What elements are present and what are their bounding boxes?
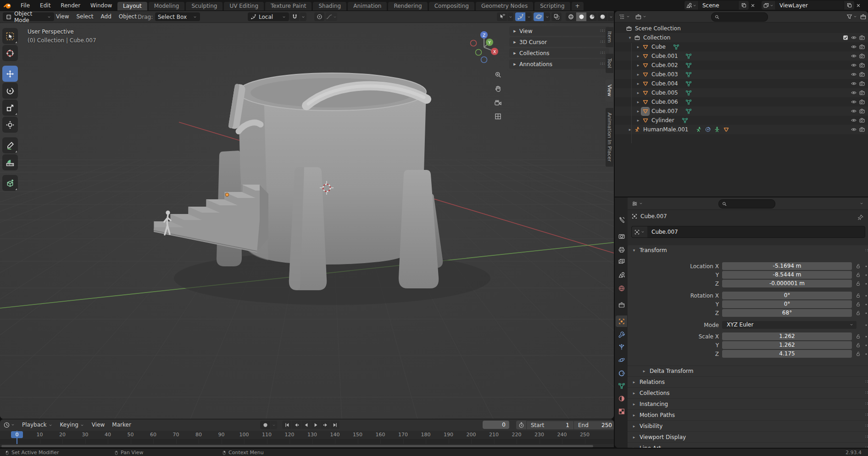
new-collection-button[interactable]: [860, 13, 867, 20]
camera-toggle[interactable]: [859, 99, 865, 105]
motion-icon[interactable]: [705, 126, 711, 133]
display-mode-icon[interactable]: [635, 13, 642, 20]
lock-icon[interactable]: [855, 333, 861, 339]
shading-solid-button[interactable]: [576, 12, 586, 21]
rotation-x-field[interactable]: 0°: [722, 292, 852, 299]
outliner-row-cube-007[interactable]: ▸Cube.007: [615, 107, 868, 116]
scene-selector-dropdown[interactable]: [684, 1, 698, 10]
lock-icon[interactable]: [855, 310, 861, 316]
proportional-edit-toggle[interactable]: [314, 12, 324, 21]
timeline-scrollbar[interactable]: [1, 445, 593, 447]
gizmo-dropdown[interactable]: [526, 12, 532, 21]
outliner-search[interactable]: [711, 12, 768, 22]
chevron-down-icon[interactable]: [626, 14, 630, 19]
end-frame-field[interactable]: End250: [574, 421, 614, 429]
panel-line-art[interactable]: ▸Line Art∷∷: [628, 443, 868, 448]
scale-z-field[interactable]: 4.175: [722, 350, 852, 358]
viewport-menu-add[interactable]: Add: [97, 11, 115, 23]
auto-key-toggle[interactable]: [260, 421, 270, 429]
outliner-item-label[interactable]: Cylinder: [651, 117, 674, 124]
scale-x-field[interactable]: 1.262: [722, 332, 852, 340]
sidebar-tab-tool[interactable]: Tool: [606, 54, 613, 73]
tool-transform[interactable]: [2, 117, 18, 133]
lock-icon[interactable]: [855, 293, 861, 298]
mesh-data-icon[interactable]: [682, 117, 688, 124]
panel-instancing[interactable]: ▸Instancing∷∷: [628, 399, 868, 409]
sidebar-panel-view[interactable]: ▸View∷∷: [509, 26, 609, 36]
tool-measure[interactable]: [2, 154, 18, 170]
panel-drag-handle[interactable]: ∷∷: [863, 422, 868, 429]
mesh-data-icon[interactable]: [685, 108, 692, 114]
outliner-row-cube-004[interactable]: ▸Cube.004: [615, 79, 868, 88]
pin-icon[interactable]: [857, 214, 864, 221]
animate-dot[interactable]: [864, 334, 868, 339]
3d-viewport[interactable]: User Perspective (0) Collection | Cube.0…: [0, 23, 614, 419]
transform-panel-header[interactable]: ▾ Transform ∷∷: [628, 245, 868, 255]
menu-edit[interactable]: Edit: [35, 2, 56, 9]
camera-toggle[interactable]: [859, 117, 865, 124]
timeline-track[interactable]: [0, 439, 614, 444]
timeline-editor-icon[interactable]: [3, 422, 10, 428]
drag-tool-selector[interactable]: Select Box: [155, 12, 200, 21]
location-y-field[interactable]: -8.5444 m: [722, 271, 852, 279]
viewport-menu-select[interactable]: Select: [72, 11, 97, 23]
workspace-tab-animation[interactable]: Animation: [348, 2, 387, 11]
camera-toggle[interactable]: [859, 44, 865, 50]
tool-cursor[interactable]: [2, 45, 18, 61]
panel-relations[interactable]: ▸Relations∷∷: [628, 377, 868, 387]
outliner-item-label[interactable]: Cube.003: [651, 71, 678, 78]
outliner-row-cube-001[interactable]: ▸Cube.001: [615, 51, 868, 61]
animate-dot[interactable]: [864, 323, 868, 327]
chevron-down-icon[interactable]: [853, 14, 857, 19]
blender-logo-icon[interactable]: [4, 1, 12, 10]
camera-toggle[interactable]: [859, 34, 865, 41]
camera-toggle[interactable]: [859, 80, 865, 87]
scale-y-field[interactable]: 1.262: [722, 341, 852, 349]
tool-select-box[interactable]: [2, 28, 18, 44]
lock-icon[interactable]: [855, 272, 861, 278]
properties-search[interactable]: [718, 199, 775, 208]
panel-visibility[interactable]: ▸Visibility∷∷: [628, 421, 868, 431]
pose-icon[interactable]: [714, 126, 720, 133]
properties-tab-output[interactable]: [616, 244, 627, 255]
eye-toggle[interactable]: [851, 90, 857, 96]
outliner-item-label[interactable]: Cube: [651, 44, 666, 50]
camera-toggle[interactable]: [859, 90, 865, 96]
mesh-data-icon[interactable]: [685, 53, 692, 59]
sidebar-tab-item[interactable]: Item: [606, 27, 613, 47]
add-workspace-button[interactable]: +: [572, 2, 584, 11]
panel-drag-handle[interactable]: ∷∷: [863, 389, 868, 396]
eye-toggle[interactable]: [851, 53, 857, 59]
workspace-tab-layout[interactable]: Layout: [117, 2, 147, 11]
animate-dot[interactable]: [864, 281, 868, 286]
tool-annotate[interactable]: [2, 137, 18, 153]
eye-toggle[interactable]: [851, 71, 857, 78]
camera-toggle[interactable]: [859, 71, 865, 78]
mesh-data-icon[interactable]: [685, 62, 692, 68]
axis-neg-y-ball[interactable]: [476, 50, 482, 56]
outliner-item-label[interactable]: Cube.007: [651, 108, 678, 114]
snap-toggle[interactable]: [289, 12, 300, 21]
current-frame-badge[interactable]: 0: [11, 431, 23, 438]
outliner-item-label[interactable]: Cube.001: [651, 53, 678, 59]
shading-rendered-button[interactable]: [597, 12, 607, 21]
sidebar-panel-3d-cursor[interactable]: ▸3D Cursor∷∷: [509, 37, 609, 47]
tool-scale[interactable]: [2, 100, 18, 116]
view-layer-name-field[interactable]: ViewLayer: [776, 1, 844, 10]
outliner-row-scene-collection[interactable]: Scene Collection: [615, 24, 868, 33]
checkbox-toggle[interactable]: [842, 34, 849, 41]
eye-toggle[interactable]: [851, 62, 857, 68]
shading-wireframe-button[interactable]: [566, 12, 576, 21]
viewport-menu-object[interactable]: Object: [115, 11, 140, 23]
mesh-icon[interactable]: [723, 126, 729, 133]
animate-dot[interactable]: [864, 343, 868, 348]
timeline-menu-view[interactable]: View: [88, 419, 108, 431]
viewport-menu-view[interactable]: View: [52, 11, 72, 23]
chevron-down-icon[interactable]: [11, 422, 15, 427]
animate-dot[interactable]: [864, 311, 868, 315]
chevron-down-icon[interactable]: [642, 14, 647, 19]
jump-to-start-button[interactable]: [282, 421, 291, 429]
breadcrumb-object-name[interactable]: Cube.007: [640, 213, 667, 220]
shading-dropdown[interactable]: [608, 12, 614, 21]
delta-transform-subpanel[interactable]: ▸ Delta Transform: [628, 366, 868, 376]
